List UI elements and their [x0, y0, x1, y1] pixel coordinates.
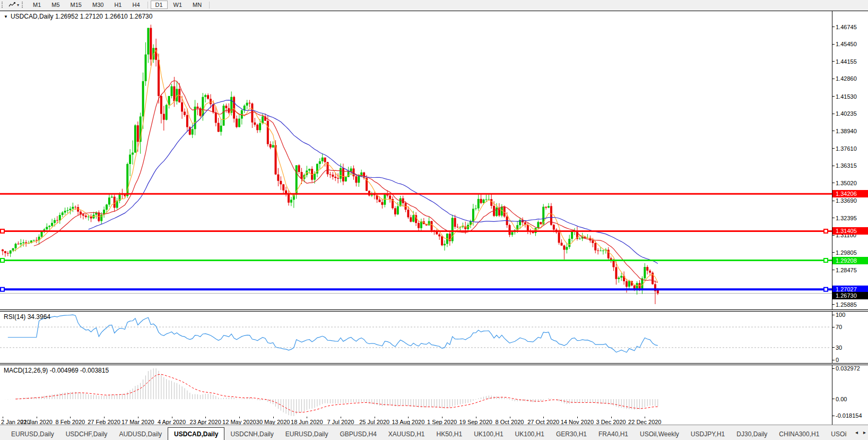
hline-handle[interactable] — [1, 258, 4, 262]
price-tick: 1.46745 — [836, 24, 857, 30]
date-tick — [577, 417, 578, 418]
price-tick: 1.28475 — [836, 267, 857, 273]
chart-window: ▼USDCAD,Daily 1.26952 1.27120 1.26610 1.… — [0, 11, 868, 425]
macd-tick: -0.018154 — [836, 412, 862, 419]
chart-title-text: USDCAD,Daily 1.26952 1.27120 1.26610 1.2… — [11, 13, 153, 20]
timeframe-mn-button[interactable]: MN — [188, 1, 206, 9]
macd-histogram — [3, 368, 658, 416]
price-tick: 1.45450 — [836, 41, 857, 47]
tab-gbpusd-h4[interactable]: GBPUSD,H4 — [334, 427, 382, 440]
tab-eurusd-daily[interactable]: EURUSD,Daily — [5, 427, 60, 440]
chart-cursor-icon[interactable] — [7, 1, 17, 8]
tab-usoil-[interactable]: USOil, — [825, 427, 847, 440]
hline-handle[interactable] — [1, 288, 4, 291]
tab-xauusd-h1[interactable]: XAUUSD,H1 — [383, 427, 431, 440]
price-tick: 1.40235 — [836, 110, 857, 117]
current-price-label: 1.26730 — [832, 292, 868, 299]
date-tick — [138, 417, 138, 418]
price-tick: 1.42860 — [836, 75, 857, 82]
price-tick: 1.38940 — [836, 128, 857, 134]
tab-fra40-h1[interactable]: FRA40,H1 — [593, 427, 634, 440]
macd-signal-line — [16, 374, 658, 412]
ma-5-line — [13, 50, 658, 286]
price-pane[interactable]: ▼USDCAD,Daily 1.26952 1.27120 1.26610 1.… — [0, 11, 832, 309]
hline-handle[interactable] — [824, 258, 828, 262]
price-tick: 1.37610 — [836, 145, 857, 152]
timeframe-buttons: M1M5M15M30H1H4D1W1MN — [28, 1, 212, 9]
price-tick: 1.41530 — [836, 93, 857, 100]
macd-label: MACD(12,26,9) -0.004969 -0.003815 — [4, 367, 109, 374]
tab-dj30-daily[interactable]: DJ30,Daily — [731, 427, 773, 440]
rsi-tick: 30 — [836, 344, 842, 351]
hline-handle[interactable] — [824, 229, 828, 233]
tab-audusd-daily[interactable]: AUDUSD,Daily — [113, 427, 168, 440]
rsi-tick: 70 — [836, 324, 842, 330]
hline-handle[interactable] — [1, 229, 4, 233]
date-tick — [645, 417, 645, 418]
timeframe-m15-button[interactable]: M15 — [66, 1, 86, 9]
pane-splitter2[interactable] — [0, 363, 868, 365]
macd-pane[interactable]: MACD(12,26,9) -0.004969 -0.003815 — [0, 365, 832, 418]
tab-prev-icon[interactable]: ◂ — [855, 429, 858, 435]
rsi-tick: 100 — [836, 312, 845, 318]
date-tick — [611, 417, 612, 418]
macd-tick: 0.00 — [836, 396, 847, 402]
date-tick — [273, 417, 274, 418]
timeframe-m30-button[interactable]: M30 — [88, 1, 108, 9]
timeframe-toolbar: ▾ M1M5M15M30H1H4D1W1MN — [0, 0, 868, 10]
price-tick: 1.44155 — [836, 58, 857, 65]
toolbar-grip2[interactable] — [22, 2, 25, 8]
tab-usdcad-daily[interactable]: USDCAD,Daily — [168, 427, 224, 440]
timeframe-h1-button[interactable]: H1 — [109, 1, 126, 9]
date-tick — [543, 417, 544, 418]
price-tick: 1.35020 — [836, 180, 857, 186]
collapse-chart-icon[interactable]: ▼ — [4, 14, 8, 19]
pane-splitter[interactable] — [0, 309, 868, 312]
rsi-label: RSI(14) 34.3964 — [4, 313, 50, 321]
date-tick — [375, 417, 375, 418]
timeframe-m1-button[interactable]: M1 — [28, 1, 46, 9]
tab-usdchf-daily[interactable]: USDCHF,Daily — [60, 427, 114, 440]
tab-hk50-h1[interactable]: HK50,H1 — [431, 427, 468, 440]
rsi-pane[interactable]: RSI(14) 34.3964 — [0, 312, 832, 363]
ma-34-line — [89, 100, 658, 264]
toolbar-separator — [147, 2, 148, 8]
chart-title: ▼USDCAD,Daily 1.26952 1.27120 1.26610 1.… — [4, 13, 152, 20]
price-tick: 1.32395 — [836, 215, 857, 221]
tab-usoil-weekly[interactable]: USOil,Weekly — [634, 427, 685, 440]
chart-tabbar: EURUSD,DailyUSDCHF,DailyAUDUSD,DailyUSDC… — [0, 425, 868, 440]
tab-next-icon[interactable]: ▸ — [863, 429, 866, 435]
rsi-tick: 0 — [836, 357, 839, 363]
date-tick — [239, 417, 240, 418]
timeframe-h4-button[interactable]: H4 — [127, 1, 144, 9]
timeframe-w1-button[interactable]: W1 — [169, 1, 187, 9]
tab-usdjpy-h1[interactable]: USDJPY,H1 — [685, 427, 731, 440]
date-tick — [476, 417, 476, 418]
chart-tabs: EURUSD,DailyUSDCHF,DailyAUDUSD,DailyUSDC… — [5, 427, 847, 440]
toolbar-grip[interactable] — [2, 2, 5, 8]
hline-price-label: 1.29208 — [832, 257, 868, 264]
price-tick: 1.36315 — [836, 162, 857, 169]
macd-tick: 0.032972 — [836, 365, 860, 372]
hline-price-label: 1.31405 — [832, 227, 868, 235]
hline-handle[interactable] — [824, 288, 828, 291]
rsi-line — [8, 315, 658, 352]
down-candle-wicks — [3, 25, 658, 305]
tab-eurusd-daily[interactable]: EURUSD,Daily — [280, 427, 334, 440]
price-tick: 1.33690 — [836, 197, 857, 204]
date-tick — [3, 417, 3, 418]
tab-nav: ◂ ▸ — [855, 429, 866, 435]
chevron-down-icon[interactable]: ▾ — [17, 3, 19, 7]
tab-uk100-h1[interactable]: UK100,H1 — [509, 427, 550, 440]
tab-ger30-h1[interactable]: GER30,H1 — [550, 427, 593, 440]
date-tick — [172, 417, 172, 418]
date-tick — [510, 417, 510, 418]
date-tick — [205, 417, 206, 418]
date-tick — [37, 417, 37, 418]
tab-usdcnh-daily[interactable]: USDCNH,Daily — [224, 427, 279, 440]
timeframe-d1-button[interactable]: D1 — [151, 1, 168, 9]
price-tick: 1.25885 — [836, 301, 857, 308]
timeframe-m5-button[interactable]: M5 — [47, 1, 64, 9]
tab-uk100-h1[interactable]: UK100,H1 — [468, 427, 509, 440]
tab-china300-h1[interactable]: CHINA300,H1 — [773, 427, 825, 440]
